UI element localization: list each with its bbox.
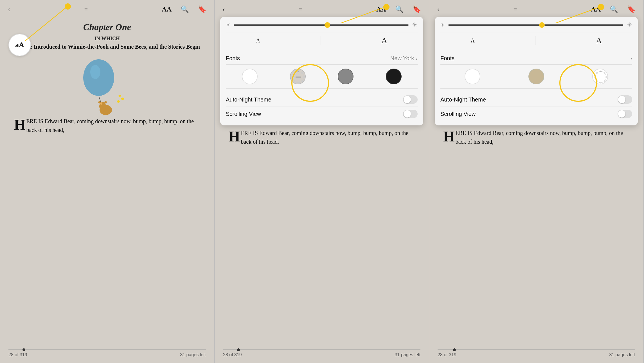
theme-beige-2[interactable] bbox=[290, 69, 306, 84]
svg-point-19 bbox=[292, 76, 294, 78]
auto-night-toggle-2[interactable] bbox=[403, 95, 418, 104]
theme-black-2[interactable] bbox=[386, 69, 402, 84]
svg-point-11 bbox=[118, 95, 121, 97]
chapter-subtitle-1: IN WHICH bbox=[14, 36, 200, 42]
brightness-slider-3[interactable] bbox=[448, 24, 623, 26]
brightness-thumb-3[interactable] bbox=[539, 22, 545, 28]
svg-point-13 bbox=[298, 71, 299, 72]
brightness-bright-icon-2: ☀ bbox=[412, 21, 418, 29]
balloon-illustration-1 bbox=[76, 55, 138, 117]
back-button-3[interactable]: ‹ bbox=[437, 5, 440, 13]
search-button-3[interactable]: 🔍 bbox=[610, 5, 618, 13]
svg-point-28 bbox=[604, 80, 605, 82]
bookmark-button-3[interactable]: 🔖 bbox=[627, 5, 636, 13]
brightness-row-2: ☀ ☀ bbox=[226, 21, 418, 29]
font-small-2[interactable]: A bbox=[256, 37, 260, 44]
svg-point-30 bbox=[596, 80, 598, 82]
book-content-2: H ERE IS Edward Bear, coming downstairs … bbox=[215, 126, 429, 146]
scrolling-toggle-3[interactable] bbox=[618, 110, 632, 118]
svg-point-32 bbox=[596, 72, 598, 74]
page-current-3: 28 of 319 bbox=[438, 352, 456, 357]
nav-bar-2: ‹ ≡ AA 🔍 🔖 bbox=[215, 0, 429, 16]
book-content-3: H ERE IS Edward Bear, coming downstairs … bbox=[429, 126, 643, 146]
book-text-1: H ERE IS Edward Bear, coming downstairs … bbox=[14, 117, 200, 134]
svg-point-1 bbox=[83, 59, 114, 96]
fonts-value-3[interactable]: › bbox=[629, 55, 632, 62]
book-text-content-1: ERE IS Edward Bear, coming downstairs no… bbox=[26, 118, 194, 133]
fonts-row-2[interactable]: Fonts New York › bbox=[226, 52, 418, 65]
auto-night-label-2: Auto-Night Theme bbox=[226, 96, 271, 103]
book-text-content-3: ERE IS Edward Bear, coming downstairs no… bbox=[455, 130, 623, 145]
book-content-1: Chapter One IN WHICH We Are Introduced t… bbox=[0, 16, 214, 134]
svg-point-31 bbox=[594, 76, 596, 78]
page-info-2: 28 of 319 31 pages left bbox=[223, 352, 420, 357]
auto-night-label-3: Auto-Night Theme bbox=[440, 96, 486, 103]
fonts-label-3: Fonts bbox=[440, 55, 454, 62]
scrolling-row-3: Scrolling View bbox=[440, 107, 632, 121]
font-large-2[interactable]: A bbox=[381, 36, 388, 45]
theme-row-2 bbox=[226, 69, 418, 89]
auto-night-knob-3 bbox=[618, 96, 625, 103]
brightness-thumb-2[interactable] bbox=[325, 22, 330, 28]
screen-1: ‹ ≡ AA 🔍 🔖 aA Chapter One IN WHICH We Ar… bbox=[0, 0, 215, 363]
fonts-chevron-2: › bbox=[416, 55, 418, 62]
scrolling-knob-2 bbox=[404, 110, 411, 118]
font-divider-2 bbox=[321, 36, 321, 45]
yellow-dot-3 bbox=[598, 4, 604, 10]
back-button-2[interactable]: ‹ bbox=[222, 5, 225, 13]
page-current-1: 28 of 319 bbox=[8, 352, 27, 357]
drop-cap-1: H bbox=[14, 119, 25, 131]
bottom-bar-1: 28 of 319 31 pages left bbox=[0, 347, 214, 363]
list-button-3[interactable]: ≡ bbox=[514, 6, 517, 13]
bookmark-button-1[interactable]: 🔖 bbox=[198, 5, 206, 13]
auto-night-toggle-3[interactable] bbox=[618, 95, 632, 104]
progress-line-2 bbox=[223, 350, 420, 350]
font-large-3[interactable]: A bbox=[596, 36, 602, 45]
svg-point-15 bbox=[303, 76, 305, 78]
theme-white-3[interactable] bbox=[465, 69, 480, 84]
settings-panel-2: ☀ ☀ A A Fonts New York › bbox=[220, 17, 423, 125]
svg-point-29 bbox=[600, 82, 602, 84]
scrolling-knob-3 bbox=[618, 110, 625, 118]
yellow-dot-2 bbox=[383, 4, 389, 10]
aa-circle: aA bbox=[8, 34, 31, 56]
bookmark-button-2[interactable]: 🔖 bbox=[413, 5, 421, 13]
svg-point-2 bbox=[90, 65, 100, 79]
font-size-row-2: A A bbox=[226, 33, 418, 48]
back-button-1[interactable]: ‹ bbox=[8, 5, 10, 13]
theme-gray-2[interactable] bbox=[338, 69, 353, 84]
auto-night-row-2: Auto-Night Theme bbox=[226, 93, 418, 107]
chapter-title-1: Chapter One bbox=[14, 22, 200, 32]
theme-beige-wrapper-2 bbox=[290, 69, 306, 84]
book-text-3: H ERE IS Edward Bear, coming downstairs … bbox=[443, 129, 629, 146]
nav-bar-3: ‹ ≡ AA 🔍 🔖 bbox=[429, 0, 643, 16]
brightness-bright-icon-3: ☀ bbox=[627, 21, 632, 29]
aa-button-1[interactable]: AA bbox=[162, 6, 172, 13]
drop-cap-2: H bbox=[229, 130, 240, 143]
search-button-2[interactable]: 🔍 bbox=[395, 5, 404, 13]
fonts-row-3[interactable]: Fonts › bbox=[440, 52, 632, 65]
book-text-2: H ERE IS Edward Bear, coming downstairs … bbox=[229, 129, 415, 146]
theme-tan-3[interactable] bbox=[528, 69, 544, 84]
svg-point-18 bbox=[294, 80, 295, 82]
font-small-3[interactable]: A bbox=[470, 37, 474, 44]
page-info-1: 28 of 319 31 pages left bbox=[8, 352, 206, 357]
yellow-dot-1 bbox=[65, 3, 71, 10]
scrolling-row-2: Scrolling View bbox=[226, 107, 418, 121]
list-button-2[interactable]: ≡ bbox=[299, 6, 302, 13]
chapter-desc-1: We Are Introduced to Winnie-the-Pooh and… bbox=[14, 43, 200, 51]
theme-white-2[interactable] bbox=[242, 69, 258, 84]
bottom-bar-3: 28 of 319 31 pages left bbox=[429, 347, 643, 363]
list-button-1[interactable]: ≡ bbox=[84, 6, 88, 13]
search-button-1[interactable]: 🔍 bbox=[181, 5, 189, 13]
font-size-row-3: A A bbox=[440, 33, 632, 48]
page-remaining-3: 31 pages left bbox=[609, 352, 635, 357]
theme-spinner-3[interactable] bbox=[592, 69, 608, 84]
brightness-slider-2[interactable] bbox=[234, 24, 409, 26]
auto-night-knob-2 bbox=[404, 96, 411, 103]
theme-spinner-wrapper-3 bbox=[592, 69, 608, 84]
fonts-value-2[interactable]: New York › bbox=[390, 55, 418, 62]
scrolling-toggle-2[interactable] bbox=[403, 110, 418, 118]
fonts-label-2: Fonts bbox=[226, 55, 240, 62]
progress-dot-2 bbox=[237, 348, 240, 351]
